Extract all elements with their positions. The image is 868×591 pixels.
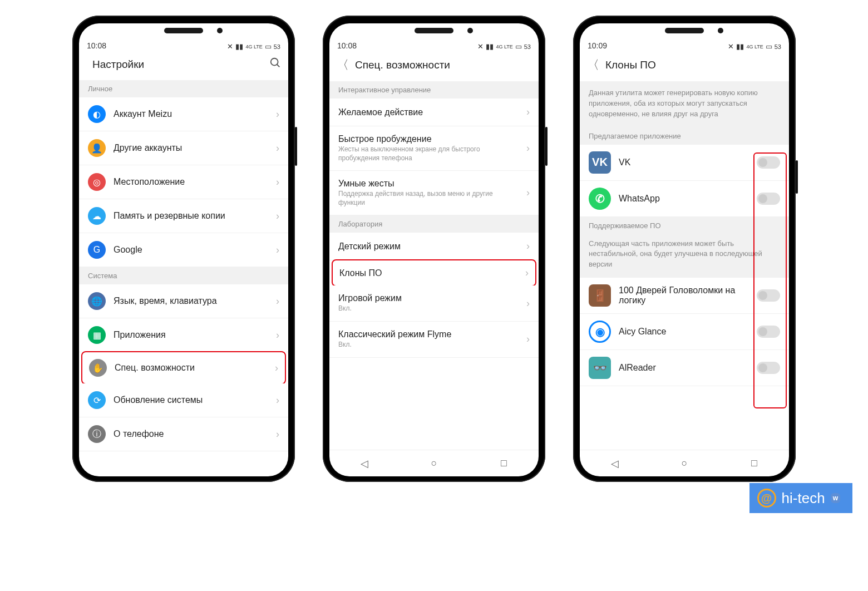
row-label: Другие аккаунты [114, 143, 268, 153]
chevron-right-icon: › [276, 210, 279, 222]
app-label: 100 Дверей Головоломки на логику [619, 285, 749, 306]
chevron-right-icon: › [525, 267, 529, 279]
settings-system-row[interactable]: 🌐Язык, время, клавиатура› [79, 284, 288, 318]
clock: 10:08 [337, 41, 357, 50]
nav-back-icon[interactable]: ◁ [609, 458, 620, 469]
row-icon: ◎ [88, 173, 106, 191]
row-label: Желаемое действие [338, 107, 519, 117]
settings-personal-row[interactable]: 👤Другие аккаунты› [79, 131, 288, 165]
settings-personal-row[interactable]: GGoogle› [79, 233, 288, 267]
header: 〈 Клоны ПО [580, 52, 789, 81]
row-label: Google [114, 245, 268, 255]
accessibility-lab-row[interactable]: Игровой режимВкл.› [329, 285, 539, 322]
at-icon: @ [757, 489, 776, 508]
network-label: 4G LTE [746, 44, 763, 50]
app-icon: 👓 [589, 357, 611, 379]
chevron-right-icon: › [526, 142, 530, 154]
clone-supported-row[interactable]: ◉Aicy Glance [580, 314, 789, 350]
row-label: Память и резервные копии [114, 211, 268, 221]
row-label: Умные жесты [338, 179, 519, 189]
mute-icon: ✕ [227, 43, 233, 50]
chevron-right-icon: › [526, 187, 530, 199]
back-icon[interactable]: 〈 [586, 57, 600, 73]
row-label: Местоположение [114, 177, 268, 187]
row-label: Классический режим Flyme [338, 329, 519, 339]
clock: 10:09 [588, 41, 607, 50]
toggle[interactable] [757, 156, 780, 169]
nav-home-icon[interactable]: ○ [428, 458, 440, 469]
row-icon: ▦ [88, 326, 106, 344]
phone-3: 10:09 ✕ ▮▮ 4G LTE ▭ 53 〈 Клоны ПО Данная… [573, 16, 796, 482]
nav-back-icon[interactable]: ◁ [359, 458, 370, 469]
settings-personal-row[interactable]: ◎Местоположение› [79, 165, 288, 199]
chevron-right-icon: › [276, 109, 279, 120]
back-icon[interactable]: 〈 [336, 57, 349, 73]
section-lab: Лаборатория [329, 215, 539, 233]
section-personal: Личное [79, 80, 288, 97]
app-icon: VK [589, 151, 611, 174]
clone-suggested-row[interactable]: ✆WhatsApp [580, 181, 789, 217]
mute-icon: ✕ [477, 43, 484, 50]
row-label: Приложения [114, 330, 268, 340]
row-label: Клоны ПО [339, 268, 517, 278]
settings-system-row[interactable]: ⓘО телефоне› [79, 417, 288, 451]
row-label: Обновление системы [114, 395, 268, 405]
mute-icon: ✕ [728, 43, 734, 50]
settings-personal-row[interactable]: ☁Память и резервные копии› [79, 199, 288, 233]
chevron-right-icon: › [526, 298, 530, 309]
row-label: Язык, время, клавиатура [114, 296, 268, 306]
page-title: Клоны ПО [605, 59, 782, 71]
toggle[interactable] [757, 289, 780, 302]
section-suggested: Предлагаемое приложение [580, 127, 789, 145]
chevron-right-icon: › [275, 362, 278, 374]
toggle[interactable] [757, 326, 780, 338]
chevron-right-icon: › [276, 244, 279, 256]
row-icon: 👤 [88, 139, 106, 157]
page-title: Настройки [86, 58, 264, 71]
clone-suggested-row[interactable]: VKVK [580, 145, 789, 181]
toggle[interactable] [757, 362, 780, 374]
row-sub: Вкл. [338, 341, 519, 349]
settings-system-row[interactable]: ▦Приложения› [79, 318, 288, 352]
clone-supported-row[interactable]: 🚪100 Дверей Головоломки на логику [580, 278, 789, 314]
status-bar: 10:08 ✕ ▮▮ 4G LTE ▭ 53 [329, 28, 539, 52]
nav-home-icon[interactable]: ○ [679, 458, 690, 469]
row-icon: ✋ [89, 359, 107, 377]
header: 〈 Спец. возможности [329, 52, 539, 81]
chevron-right-icon: › [276, 142, 279, 154]
row-label: О телефоне [114, 429, 268, 439]
phone-1: 10:08 ✕ ▮▮ 4G LTE ▭ 53 Настройки Личное … [72, 16, 295, 482]
row-sub: Поддержка действия назад, вызов меню и д… [338, 190, 519, 207]
app-label: AlReader [619, 363, 749, 373]
phone-2: 10:08 ✕ ▮▮ 4G LTE ▭ 53 〈 Спец. возможнос… [323, 16, 545, 482]
accessibility-lab-row[interactable]: Детский режим› [329, 233, 539, 260]
search-icon[interactable] [269, 57, 282, 72]
settings-system-row[interactable]: ⟳Обновление системы› [79, 383, 288, 417]
app-label: VK [619, 157, 749, 168]
accessibility-lab-row[interactable]: Классический режим FlymeВкл.› [329, 322, 539, 358]
settings-personal-row[interactable]: ◐Аккаунт Meizu› [79, 97, 288, 131]
row-label: Спец. возможности [115, 363, 267, 373]
row-icon: G [88, 241, 106, 259]
signal-icon: ▮▮ [235, 43, 243, 50]
status-bar: 10:08 ✕ ▮▮ 4G LTE ▭ 53 [79, 28, 288, 52]
toggle[interactable] [757, 193, 780, 205]
nav-bar: ◁ ○ □ [580, 450, 789, 476]
accessibility-interactive-row[interactable]: Быстрое пробуждениеЖесты на выключенном … [329, 126, 539, 171]
settings-system-row[interactable]: ✋Спец. возможности› [81, 351, 286, 385]
desc-top: Данная утилита может генерировать новую … [580, 81, 789, 127]
nav-recent-icon[interactable]: □ [748, 458, 760, 469]
app-icon: ✆ [589, 188, 611, 210]
app-label: WhatsApp [619, 194, 749, 204]
accessibility-lab-row[interactable]: Клоны ПО› [332, 259, 536, 287]
row-label: Игровой режим [338, 293, 519, 303]
section-supported: Поддерживаемое ПО [580, 217, 789, 234]
chevron-right-icon: › [276, 429, 279, 440]
chevron-right-icon: › [276, 296, 279, 307]
clone-supported-row[interactable]: 👓AlReader [580, 350, 789, 386]
chevron-right-icon: › [276, 176, 279, 188]
accessibility-interactive-row[interactable]: Желаемое действие› [329, 98, 539, 126]
accessibility-interactive-row[interactable]: Умные жестыПоддержка действия назад, выз… [329, 171, 539, 215]
nav-recent-icon[interactable]: □ [498, 458, 509, 469]
row-icon: 🌐 [88, 292, 106, 310]
